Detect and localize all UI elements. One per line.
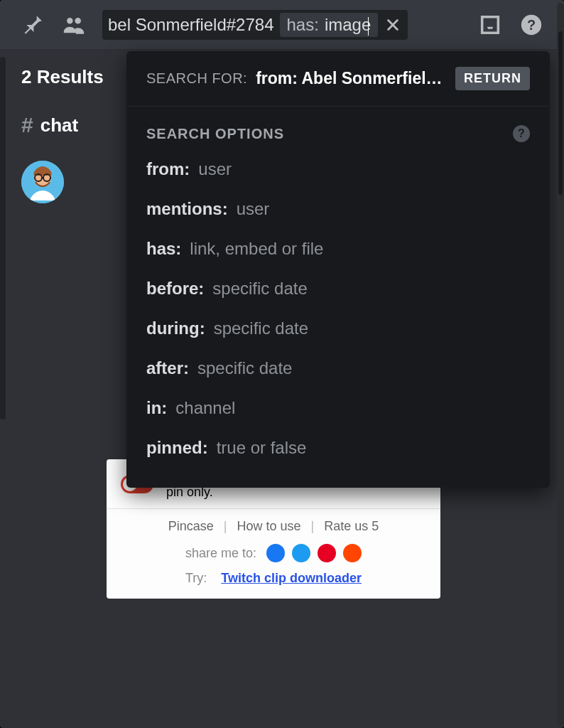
members-icon[interactable]: [61, 12, 87, 38]
search-for-label: SEARCH FOR:: [146, 70, 247, 87]
search-options-list: from:user mentions:user has:link, embed …: [126, 145, 550, 488]
search-option[interactable]: from:user: [146, 149, 530, 189]
reddit-icon[interactable]: [343, 544, 362, 562]
search-options-title: SEARCH OPTIONS: [146, 126, 284, 142]
inbox-icon[interactable]: [477, 12, 503, 38]
try-label: Try:: [185, 571, 207, 585]
search-chip-truncated: bel Sonmerfield#2784: [107, 15, 276, 35]
search-option[interactable]: mentions:user: [146, 189, 530, 229]
left-scrollbar[interactable]: [0, 57, 6, 419]
pin-icon[interactable]: [20, 12, 45, 38]
results-count: 2 Results: [21, 66, 104, 88]
chip-value: image: [325, 15, 371, 35]
search-option[interactable]: in:channel: [146, 388, 530, 428]
search-option[interactable]: pinned:true or false: [146, 428, 530, 468]
embed-link[interactable]: How to use: [237, 519, 300, 534]
search-option[interactable]: during:specific date: [146, 309, 530, 348]
avatar[interactable]: [21, 161, 64, 203]
search-input[interactable]: bel Sonmerfield#2784 has: image: [102, 10, 408, 40]
twitter-icon[interactable]: [292, 544, 310, 562]
toolbar: bel Sonmerfield#2784 has: image ?: [0, 0, 564, 50]
chip-key: has:: [287, 15, 319, 35]
channel-name: chat: [40, 114, 78, 136]
search-option[interactable]: has:link, embed or file: [146, 229, 530, 269]
search-option[interactable]: after:specific date: [146, 348, 530, 388]
svg-text:?: ?: [527, 17, 536, 33]
app-frame: bel Sonmerfield#2784 has: image ? 2 Resu…: [0, 0, 564, 728]
help-icon[interactable]: ?: [519, 12, 544, 38]
search-popover: SEARCH FOR: from: Abel Sonmerfield… RETU…: [126, 51, 550, 488]
embed-link[interactable]: Pincase: [168, 519, 214, 534]
text-caret: [368, 17, 369, 36]
try-link[interactable]: Twitch clip downloader: [221, 571, 362, 585]
channel-hash-icon: #: [21, 113, 33, 137]
return-button[interactable]: RETURN: [455, 67, 530, 90]
scrollbar-thumb[interactable]: [558, 31, 563, 195]
search-for-query: from: Abel Sonmerfield…: [256, 69, 447, 88]
search-options-help-icon[interactable]: ?: [513, 125, 530, 142]
clear-search-button[interactable]: [382, 14, 403, 36]
right-scrollbar[interactable]: [557, 3, 564, 725]
embed-link[interactable]: Rate us 5: [324, 519, 379, 534]
popover-header: SEARCH FOR: from: Abel Sonmerfield… RETU…: [126, 51, 550, 107]
embed-link-row: Pincase | How to use | Rate us 5: [107, 509, 440, 540]
search-option[interactable]: before:specific date: [146, 269, 530, 309]
facebook-icon[interactable]: [266, 544, 285, 562]
pinterest-icon[interactable]: [318, 544, 336, 562]
share-label: share me to:: [185, 546, 256, 561]
search-filter-chip[interactable]: has: image: [280, 13, 379, 37]
